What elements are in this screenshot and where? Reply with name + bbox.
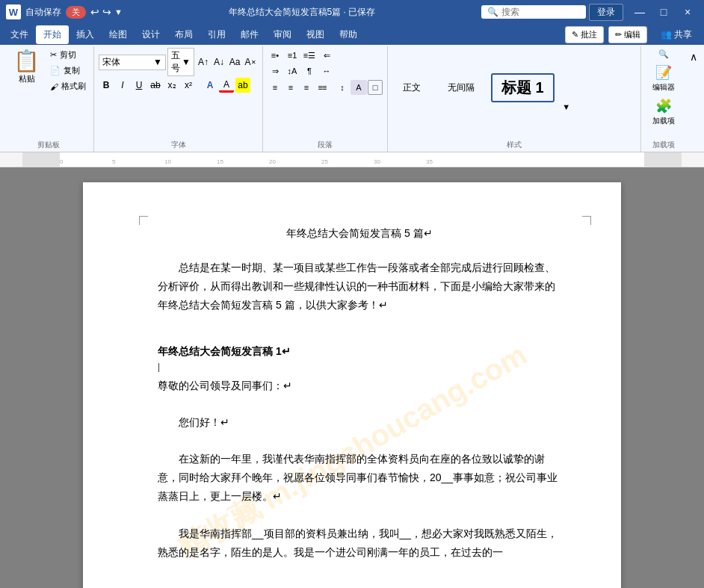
underline-button[interactable]: U [132, 78, 146, 93]
editor-button[interactable]: 📝 编辑器 [646, 63, 682, 94]
styles-label: 样式 [388, 140, 640, 150]
font-name-dropdown-icon: ▼ [153, 57, 162, 67]
blank-line-4 [158, 365, 561, 377]
clipboard-label: 剪贴板 [3, 140, 93, 150]
search-box: 🔍 [481, 5, 586, 19]
greeting-paragraph[interactable]: 尊敬的公司领导及同事们：↵ [158, 377, 561, 395]
menu-view[interactable]: 视图 [299, 25, 332, 44]
customize-btn[interactable]: ▼ [114, 7, 123, 16]
superscript-button[interactable]: x² [181, 78, 196, 93]
comment-button[interactable]: ✎ 批注 [565, 26, 604, 43]
menu-design[interactable]: 设计 [135, 25, 167, 44]
autosave-toggle[interactable]: 关 [66, 6, 86, 19]
shrink-font-button[interactable]: A↓ [211, 55, 226, 69]
addons-group-label: 加载项 [641, 140, 686, 150]
style-normal[interactable]: 正文 [392, 77, 431, 99]
show-marks-button[interactable]: ¶ [302, 64, 317, 78]
editor-icon: 📝 [655, 64, 672, 81]
search-content-button[interactable]: 🔍 [646, 48, 682, 61]
menu-home[interactable]: 开始 [36, 25, 69, 44]
undo-btn[interactable]: ↩ [90, 6, 99, 18]
italic-button[interactable]: I [115, 78, 130, 93]
font-color-button[interactable]: A [219, 78, 234, 93]
multilevel-list-button[interactable]: ≡☰ [302, 48, 317, 63]
addons-icon: 🧩 [655, 98, 672, 114]
paragraph-group: ≡• ≡1 ≡☰ ⇐ ⇒ ↕A ¶ ↔ ≡ ≡ ≡ ≡≡ ↕ A □ 段落 [263, 46, 388, 152]
bullet-list-button[interactable]: ≡• [268, 48, 282, 63]
text-effect-button[interactable]: A [203, 78, 217, 93]
increase-indent-button[interactable]: ⇒ [268, 64, 282, 78]
font-size-selector[interactable]: 五号 ▼ [167, 48, 194, 76]
align-right-button[interactable]: ≡ [299, 80, 314, 95]
styles-expand-button[interactable]: ▼ [561, 99, 572, 114]
ruler-mark-15: 15 [217, 158, 223, 165]
menu-insert[interactable]: 插入 [69, 25, 102, 44]
subscript-button[interactable]: x₂ [164, 78, 179, 93]
font-size-dropdown-icon: ▼ [182, 57, 191, 67]
format-brush-icon: 🖌 [50, 82, 58, 91]
search-content-icon: 🔍 [658, 49, 669, 59]
autosave-label: 自动保存 [25, 6, 61, 19]
cut-button[interactable]: ✂ 剪切 [47, 48, 89, 62]
ruler: 0 5 10 15 20 25 30 35 [0, 152, 704, 167]
comment-icon: ✎ [572, 30, 578, 39]
right-ribbon-group: 🔍 📝 编辑器 🧩 加载项 加载项 [641, 46, 686, 152]
grow-font-button[interactable]: A↑ [196, 55, 211, 69]
menu-file[interactable]: 文件 [3, 25, 36, 44]
line-spacing-button[interactable]: ↕ [335, 80, 350, 95]
addons-button[interactable]: 🧩 加载项 [646, 96, 682, 128]
doc-main-title[interactable]: 年终总结大会简短发言稿 5 篇↵ [158, 227, 561, 241]
redo-btn[interactable]: ↪ [102, 6, 111, 18]
blank-line-6 [158, 438, 561, 450]
style-no-spacing[interactable]: 无间隔 [437, 77, 485, 99]
menu-references[interactable]: 引用 [200, 25, 233, 44]
bidi-button[interactable]: ↔ [319, 64, 334, 78]
intro-paragraph[interactable]: 总结是在某一时期、某一项目或某些工作告一段落或者全部完成后进行回顾检查、分析评价… [158, 259, 561, 315]
shading-button[interactable]: A [351, 80, 367, 95]
border-button[interactable]: □ [368, 80, 383, 95]
ribbon-collapse-button[interactable]: ∧ [686, 49, 701, 64]
sort-button[interactable]: ↕A [285, 64, 300, 78]
cut-icon: ✂ [50, 50, 57, 60]
para2-paragraph[interactable]: 我是华南指挥部__项目部的资料员兼出纳，我叫__，想必大家对我既熟悉又陌生，熟悉… [158, 524, 561, 562]
edit-button[interactable]: ✏ 编辑 [608, 26, 647, 43]
menu-help[interactable]: 帮助 [332, 25, 365, 44]
ruler-mark-25: 25 [321, 158, 328, 165]
bold-button[interactable]: B [99, 78, 114, 93]
numbered-list-button[interactable]: ≡1 [285, 48, 300, 63]
blank-line-7 [158, 513, 561, 524]
decrease-indent-button[interactable]: ⇐ [319, 48, 334, 63]
document-area: 精收藏 m.jingshoucang.com 年终总结大会简短发言稿 5 篇↵ … [0, 167, 704, 588]
menu-review[interactable]: 审阅 [266, 25, 299, 44]
restore-button[interactable]: □ [653, 4, 674, 19]
minimize-button[interactable]: — [629, 4, 650, 19]
clear-format-button[interactable]: A✕ [243, 55, 258, 69]
strikethrough-button[interactable]: ab [148, 78, 163, 93]
hello-paragraph[interactable]: 您们好！↵ [158, 413, 561, 432]
edit-icon: ✏ [615, 30, 622, 39]
menu-mail[interactable]: 邮件 [233, 25, 266, 44]
menu-draw[interactable]: 绘图 [102, 25, 135, 44]
font-case-button[interactable]: Aa [227, 55, 242, 69]
search-input[interactable] [501, 7, 576, 17]
blank-line-2 [158, 321, 561, 333]
copy-icon: 📄 [50, 66, 61, 75]
login-button[interactable]: 登录 [589, 4, 623, 21]
copy-button[interactable]: 📄 复制 [47, 64, 89, 78]
justify-button[interactable]: ≡≡ [315, 80, 330, 95]
share-icon: 👥 [661, 29, 672, 40]
font-name-selector[interactable]: 宋体 ▼ [99, 55, 166, 70]
align-center-button[interactable]: ≡ [283, 80, 298, 95]
share-button[interactable]: 👥 共享 [652, 25, 701, 44]
blank-line-5 [158, 401, 561, 413]
clipboard-group: 📋 粘贴 ✂ 剪切 📄 复制 🖌 格式刷 剪贴板 [3, 46, 94, 152]
align-left-button[interactable]: ≡ [268, 80, 282, 95]
style-heading1[interactable]: 标题 1 [491, 73, 555, 102]
highlight-button[interactable]: ab [235, 78, 250, 93]
menu-layout[interactable]: 布局 [167, 25, 200, 44]
section1-title[interactable]: 年终总结大会简短发言稿 1↵ [158, 345, 561, 359]
paste-button[interactable]: 📋 粘贴 [7, 48, 46, 87]
format-brush-button[interactable]: 🖌 格式刷 [47, 79, 89, 93]
close-button[interactable]: × [677, 4, 698, 19]
para1-paragraph[interactable]: 在这新的一年里，我谨代表华南指挥部的全体资料员向在座的各位致以诚挚的谢意，同时给… [158, 450, 561, 507]
